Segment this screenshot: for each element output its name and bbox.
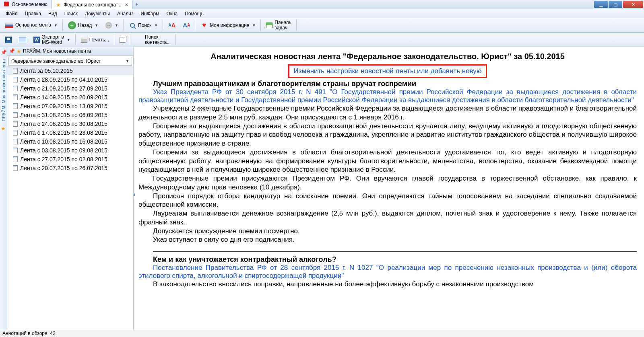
doc-icon — [13, 139, 18, 144]
print-button[interactable]: Печать... — [77, 35, 113, 44]
menu-file[interactable]: Файл — [2, 10, 21, 17]
back-button[interactable]: ← Назад ▼ — [64, 20, 102, 31]
list-item[interactable]: Лента с 14.09.2015 по 20.09.2015 — [7, 93, 133, 102]
document-link[interactable]: Постановление Правительства РФ от 28 сен… — [138, 264, 637, 280]
menu-search[interactable]: Поиск — [61, 10, 81, 17]
list-item-label: Лента с 24.08.2015 по 30.08.2015 — [20, 121, 107, 127]
star-icon: ★ — [56, 2, 62, 8]
list-item-label: Лента с 17.08.2015 по 23.08.2015 — [20, 129, 107, 136]
list-item[interactable]: Лента с 20.07.2015 по 26.07.2015 — [7, 164, 133, 173]
paragraph: Госпремии за выдающиеся достижения в обл… — [138, 148, 637, 174]
close-icon[interactable]: × — [125, 2, 128, 8]
doc-icon — [13, 68, 18, 74]
list-item-label: Лента с 21.09.2015 по 27.09.2015 — [20, 85, 107, 92]
star-icon[interactable]: ★ — [1, 125, 6, 131]
my-info-button[interactable]: ♥ Моя информация ▼ — [197, 20, 259, 31]
list-item[interactable]: Лента с 24.08.2015 по 30.08.2015 — [7, 119, 133, 128]
tab-document[interactable]: ★ Федеральное законодат... × — [52, 0, 132, 9]
pin-icon[interactable]: 📌 — [9, 48, 15, 54]
article-heading: Лучшим правозащитникам и благотворителям… — [138, 80, 637, 88]
minimize-button[interactable]: ▁ — [594, 1, 608, 8]
open-button[interactable] — [15, 35, 30, 44]
font-decrease-button[interactable]: AA — [179, 20, 194, 31]
window-controls: ▁ ▢ ✕ — [594, 0, 644, 9]
list-item[interactable]: Лента с 21.09.2015 по 27.09.2015 — [7, 84, 133, 93]
save-button[interactable] — [2, 35, 15, 45]
maximize-button[interactable]: ▢ — [609, 1, 622, 8]
list-item[interactable]: Лента с 10.08.2015 по 16.08.2015 — [7, 137, 133, 146]
doc-icon — [13, 165, 18, 171]
app-icon — [4, 2, 10, 7]
tree-header: 📌 ★ ПРАЙМ. Моя новостная лента — [7, 47, 133, 55]
new-tab-button[interactable]: + — [132, 0, 141, 9]
menu-view[interactable]: Вид — [45, 10, 60, 17]
list-item-label: Лента с 20.07.2015 по 26.07.2015 — [20, 165, 107, 171]
main-menu-button[interactable]: Основное меню ▼ — [2, 21, 61, 30]
paragraph: Госпремия за выдающиеся достижения в обл… — [138, 122, 637, 148]
my-info-label: Моя информация — [210, 23, 249, 28]
toolbar-main: Основное меню ▼ ← Назад ▼ → ▼ Поиск ▼ AA… — [0, 18, 644, 33]
list-item-label: Лента с 31.08.2015 по 06.09.2015 — [20, 112, 107, 118]
chevron-down-icon: ▼ — [115, 23, 118, 27]
list-item[interactable]: Лента с 27.07.2015 по 02.08.2015 — [7, 155, 133, 164]
list-item-label: Лента с 27.07.2015 по 02.08.2015 — [20, 156, 107, 162]
article: Кем и как уничтожается контрафактный алк… — [138, 255, 637, 289]
tree-panel: 📌 ★ ПРАЙМ. Моя новостная лента Федеральн… — [7, 47, 134, 330]
rail-label[interactable]: ПРАЙМ. Моя новостная лента — [1, 58, 6, 123]
main-menu-label: Основное меню — [15, 22, 51, 28]
menu-help[interactable]: Помощь — [182, 10, 206, 17]
list-item[interactable]: Лента с 31.08.2015 по 06.09.2015 — [7, 111, 133, 119]
font-increase-button[interactable]: AA — [165, 20, 179, 31]
menu-analysis[interactable]: Анализ — [114, 10, 137, 17]
tab-label: Основное меню — [12, 2, 47, 7]
export-label2: MS-Word — [42, 39, 62, 45]
paragraph: Прописан порядок отбора кандидатур на со… — [138, 192, 637, 210]
menu-edit[interactable]: Правка — [22, 10, 45, 17]
list-item-label: Лента с 14.09.2015 по 20.09.2015 — [20, 94, 107, 101]
splitter-handle[interactable]: ◀ — [134, 189, 135, 201]
paragraph: Учреждены 2 ежегодные Государственные пр… — [138, 104, 637, 122]
settings-link[interactable]: Изменить настройки новостной ленты или д… — [288, 64, 487, 78]
chevron-down-icon: ▼ — [95, 23, 98, 27]
folder-icon — [19, 37, 26, 42]
toolbar-doc: W Экспорт вMS-Word ▼ Печать... Поискконт… — [0, 33, 644, 47]
doc-icon — [13, 148, 18, 153]
search-button[interactable]: Поиск ▼ — [125, 20, 161, 31]
close-button[interactable]: ✕ — [623, 1, 643, 8]
export-word-button[interactable]: W Экспорт вMS-Word ▼ — [30, 33, 74, 46]
menu-documents[interactable]: Документы — [82, 10, 113, 17]
tab-main-menu[interactable]: Основное меню — [0, 0, 52, 9]
copy-button[interactable] — [116, 35, 129, 44]
list-item[interactable]: Лента с 17.08.2015 по 23.08.2015 — [7, 128, 133, 137]
menu-windows[interactable]: Окна — [163, 10, 181, 17]
list-item[interactable]: Лента с 28.09.2015 по 04.10.2015 — [7, 75, 133, 84]
binoculars-icon — [136, 37, 143, 43]
list-item-label: Лента с 07.09.2015 по 13.09.2015 — [20, 103, 107, 109]
document-link[interactable]: Указ Президента РФ от 30 сентября 2015 г… — [138, 88, 637, 104]
search-icon — [129, 22, 136, 29]
doc-icon — [13, 77, 18, 82]
doc-icon — [13, 121, 18, 127]
search-label: Поиск — [138, 23, 151, 28]
doc-icon — [13, 103, 18, 109]
pin-icon[interactable]: 📌 — [1, 49, 6, 55]
paragraph: Лауреатам выплачивается денежное вознагр… — [138, 209, 637, 227]
back-label: Назад — [78, 23, 92, 28]
star-icon: ★ — [17, 48, 21, 54]
menubar: Файл Правка Вид Поиск Документы Анализ И… — [0, 9, 644, 18]
word-icon: W — [33, 37, 40, 43]
doc-icon — [13, 95, 18, 100]
menu-infarm[interactable]: ИнФарм — [137, 10, 162, 17]
print-icon — [81, 37, 87, 43]
list-item[interactable]: Лента с 03.08.2015 по 09.08.2015 — [7, 146, 133, 155]
list-item[interactable]: Лента за 05.10.2015 — [7, 66, 133, 75]
task-panel-button[interactable]: Панельзадач — [262, 18, 295, 32]
list-item[interactable]: Лента с 07.09.2015 по 13.09.2015 — [7, 102, 133, 111]
panel-label2: задач — [275, 25, 287, 31]
tree-dropdown[interactable]: Федеральное законодательство. Юрист ▼ — [8, 57, 132, 66]
paragraph: Указ вступает в силу со дня его подписан… — [138, 235, 637, 244]
ctx-label2: контекста... — [145, 39, 171, 45]
find-context-button[interactable]: Поискконтекста... — [132, 33, 174, 46]
forward-button[interactable]: → ▼ — [102, 21, 122, 30]
print-label: Печать... — [89, 37, 109, 43]
